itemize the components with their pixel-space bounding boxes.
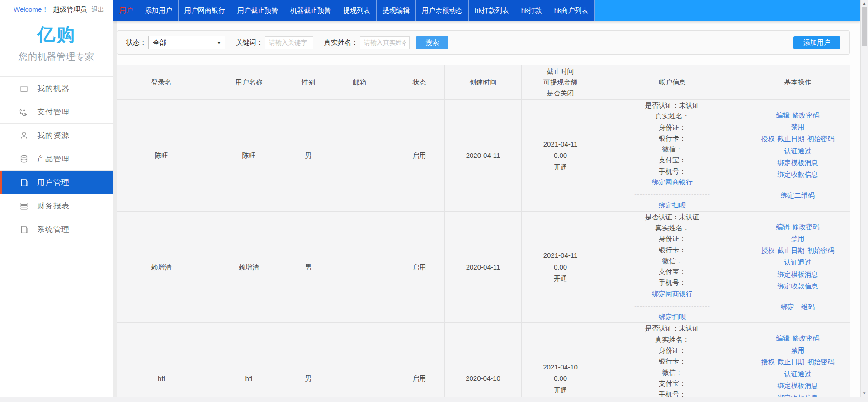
op-link[interactable]: 修改密码 (793, 334, 820, 342)
column-header: 截止时间可提现金额是否关闭 (522, 65, 599, 100)
bind-bank-link[interactable]: 绑定网商银行 (652, 290, 693, 298)
nav-tab-7[interactable]: 提现编辑 (377, 0, 416, 21)
account-info-line: 真实姓名： (599, 334, 745, 345)
sidebar-item-4[interactable]: 产品管理 (0, 147, 113, 171)
account-info-line: 微信： (599, 255, 745, 266)
bind-saobei-link[interactable]: 绑定扫呗 (659, 313, 686, 321)
deadline-cell: 2021-04-110.00开通 (522, 211, 599, 323)
op-link[interactable]: 禁用 (791, 123, 805, 131)
main-content: 状态： 全部 ▼ 关键词： 真实姓名： 搜索 添加用户 登录名用户名称性别邮箱状… (113, 21, 860, 397)
vertical-scroll-thumb[interactable] (862, 7, 867, 46)
username-cell: 赖增清 (206, 211, 292, 323)
gender-cell: 男 (292, 100, 325, 212)
sidebar-item-7[interactable]: 系统管理 (0, 218, 113, 241)
account-info-line: 支付宝： (599, 155, 745, 166)
op-link[interactable]: 绑定收款信息 (778, 282, 818, 290)
op-link[interactable]: 初始密码 (807, 246, 835, 254)
op-link[interactable]: 授权 (761, 246, 775, 254)
keyword-input[interactable] (265, 36, 313, 49)
op-link[interactable]: 初始密码 (807, 135, 835, 142)
status-select-value: 全部 (153, 38, 166, 47)
op-link[interactable]: 绑定二维码 (781, 303, 815, 311)
status-select[interactable]: 全部 ▼ (148, 36, 225, 49)
op-link[interactable]: 绑定模板消息 (778, 270, 818, 278)
search-button[interactable]: 搜索 (416, 36, 448, 49)
op-link[interactable]: 编辑 (776, 223, 790, 231)
database-icon (19, 154, 29, 164)
scroll-up-icon[interactable]: ▲ (861, 0, 868, 7)
status-cell: 启用 (394, 323, 445, 397)
created-cell: 2020-04-11 (445, 211, 522, 323)
login-cell: 赖增清 (117, 211, 206, 323)
status-cell: 启用 (394, 211, 445, 323)
sidebar-item-3[interactable]: 我的资源 (0, 124, 113, 147)
op-link[interactable]: 认证通过 (784, 370, 811, 378)
realname-input[interactable] (360, 36, 410, 49)
op-link[interactable]: 初始密码 (807, 358, 835, 366)
nav-tab-8[interactable]: 用户余额动态 (416, 0, 469, 21)
nav-tab-9[interactable]: hk打款列表 (469, 0, 515, 21)
realname-label: 真实姓名： (324, 38, 358, 47)
nav-tab-11[interactable]: hk商户列表 (548, 0, 595, 21)
op-link[interactable]: 绑定收款信息 (778, 170, 818, 178)
account-info-line: 银行卡： (599, 133, 745, 144)
brand-logo: 亿购 (0, 22, 113, 47)
created-cell: 2020-04-11 (445, 100, 522, 212)
add-user-button[interactable]: 添加用户 (793, 36, 840, 49)
sidebar-item-1[interactable]: 我的机器 (0, 77, 113, 100)
sidebar-item-label: 产品管理 (37, 154, 70, 164)
op-link[interactable]: 禁用 (791, 235, 805, 242)
account-info-line: 支付宝： (599, 266, 745, 277)
sidebar-item-6[interactable]: 财务报表 (0, 194, 113, 218)
account-info-line: 微信： (599, 367, 745, 378)
dashed-divider: ---------------------------- (599, 299, 745, 312)
scroll-down-icon[interactable]: ▼ (861, 390, 868, 397)
op-link[interactable]: 绑定二维码 (781, 191, 815, 199)
column-header: 状态 (394, 65, 445, 100)
table-header-row: 登录名用户名称性别邮箱状态创建时间截止时间可提现金额是否关闭帐户信息基本操作 (117, 65, 850, 100)
op-link[interactable]: 绑定模板消息 (778, 382, 818, 389)
nav-tab-4[interactable]: 用户截止预警 (231, 0, 284, 21)
account-info-cell: 是否认证：未认证真实姓名：身份证：银行卡：微信：支付宝：手机号：绑定网商银行--… (599, 323, 745, 397)
op-link[interactable]: 截止日期 (778, 135, 805, 142)
op-link[interactable]: 截止日期 (778, 246, 805, 254)
status-label: 状态： (126, 38, 146, 47)
nav-tab-2[interactable]: 添加用户 (139, 0, 179, 21)
op-link[interactable]: 截止日期 (778, 358, 805, 366)
account-info-line: 手机号： (599, 277, 745, 288)
logout-link[interactable]: 退出 (91, 6, 104, 14)
op-link[interactable]: 编辑 (776, 334, 790, 342)
op-link[interactable]: 禁用 (791, 346, 805, 354)
top-navbar: 用户添加用户用户网商银行用户截止预警机器截止预警提现列表提现编辑用户余额动态hk… (113, 0, 860, 21)
bind-saobei-link[interactable]: 绑定扫呗 (659, 201, 686, 209)
nav-tab-5[interactable]: 机器截止预警 (284, 0, 337, 21)
table-row: 赖增清赖增清男启用2020-04-112021-04-110.00开通是否认证：… (117, 211, 850, 323)
op-link[interactable]: 认证通过 (784, 258, 811, 266)
sidebar-item-label: 我的资源 (37, 130, 70, 141)
op-link[interactable]: 授权 (761, 358, 775, 366)
sidebar-item-label: 财务报表 (37, 201, 70, 211)
account-info-cell: 是否认证：未认证真实姓名：身份证：银行卡：微信：支付宝：手机号：绑定网商银行--… (599, 100, 745, 212)
machine-icon (19, 84, 29, 94)
sidebar-item-5[interactable]: 用户管理 (0, 171, 113, 194)
account-info-line: 是否认证：未认证 (599, 323, 745, 334)
op-link[interactable]: 编辑 (776, 111, 790, 119)
nav-tab-10[interactable]: hk打款 (515, 0, 548, 21)
nav-tab-6[interactable]: 提现列表 (337, 0, 377, 21)
account-info-line: 真实姓名： (599, 222, 745, 233)
horizontal-scrollbar[interactable] (0, 397, 868, 402)
op-link[interactable]: 绑定模板消息 (778, 159, 818, 166)
op-link[interactable]: 认证通过 (784, 147, 811, 155)
keyword-label: 关键词： (236, 38, 263, 47)
vertical-scrollbar[interactable]: ▲ ▼ (860, 0, 868, 397)
nav-tab-3[interactable]: 用户网商银行 (179, 0, 231, 21)
bind-bank-link[interactable]: 绑定网商银行 (652, 178, 693, 186)
op-link[interactable]: 修改密码 (793, 223, 820, 231)
nav-tab-1[interactable]: 用户 (113, 0, 139, 21)
column-header: 登录名 (117, 65, 206, 100)
account-info-line: 支付宝： (599, 378, 745, 389)
op-link[interactable]: 授权 (761, 135, 775, 142)
op-link[interactable]: 修改密码 (793, 111, 820, 119)
sidebar-item-2[interactable]: 支付管理 (0, 100, 113, 124)
account-info-line: 真实姓名： (599, 111, 745, 122)
